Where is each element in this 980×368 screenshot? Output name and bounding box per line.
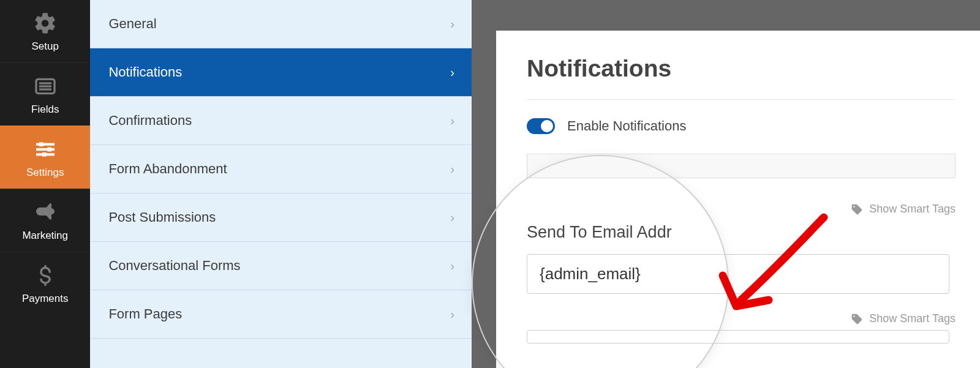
nav-sidebar: Setup Fields Settings Marketing Payments <box>0 0 90 368</box>
setting-label: Confirmations <box>108 113 192 129</box>
setting-label: Notifications <box>108 64 182 80</box>
svg-rect-7 <box>47 148 51 152</box>
smart-tags-link[interactable]: Show Smart Tags <box>527 203 956 216</box>
setting-label: Form Abandonment <box>108 161 227 177</box>
chevron-right-icon: › <box>450 162 454 176</box>
enable-notifications-row: Enable Notifications <box>527 118 956 134</box>
chevron-right-icon: › <box>450 114 454 128</box>
svg-rect-9 <box>42 152 47 157</box>
setting-item-notifications[interactable]: Notifications › <box>90 48 472 97</box>
page-title: Notifications <box>527 55 956 82</box>
content-card: Notifications Enable Notifications Show … <box>496 31 980 368</box>
gear-icon <box>32 10 59 37</box>
nav-item-fields[interactable]: Fields <box>0 62 90 126</box>
setting-label: Post Submissions <box>108 209 216 225</box>
send-to-email-label: Send To Email Addr <box>527 223 956 242</box>
nav-item-setup[interactable]: Setup <box>0 0 90 62</box>
nav-label-fields: Fields <box>31 103 59 116</box>
smart-tags-link-2[interactable]: Show Smart Tags <box>527 312 956 325</box>
chevron-right-icon: › <box>450 307 454 321</box>
tag-icon <box>851 203 863 216</box>
enable-notifications-label: Enable Notifications <box>567 118 686 134</box>
main-area: Notifications Enable Notifications Show … <box>472 0 980 368</box>
nav-label-payments: Payments <box>22 293 69 305</box>
setting-item-form-pages[interactable]: Form Pages › <box>90 290 472 339</box>
bullhorn-icon <box>32 199 59 226</box>
nav-item-settings[interactable]: Settings <box>0 126 90 189</box>
chevron-right-icon: › <box>450 66 454 80</box>
chevron-right-icon: › <box>450 259 454 273</box>
nav-label-setup: Setup <box>31 40 58 53</box>
nav-label-settings: Settings <box>26 167 64 179</box>
setting-item-conversational-forms[interactable]: Conversational Forms › <box>90 242 472 290</box>
divider <box>527 99 956 100</box>
setting-label: General <box>108 16 156 32</box>
sliders-icon <box>32 136 59 163</box>
svg-rect-5 <box>39 142 43 146</box>
send-to-email-input[interactable] <box>527 254 949 294</box>
notification-panel-header[interactable] <box>527 154 956 178</box>
chevron-right-icon: › <box>450 17 454 31</box>
chevron-right-icon: › <box>450 211 454 225</box>
smart-tags-label-2: Show Smart Tags <box>869 312 956 325</box>
setting-item-general[interactable]: General › <box>90 0 472 48</box>
dollar-icon <box>32 262 59 289</box>
settings-panel: General › Notifications › Confirmations … <box>90 0 472 368</box>
next-input[interactable] <box>527 330 949 344</box>
toggle-knob <box>541 120 553 132</box>
tag-icon <box>851 313 863 325</box>
nav-label-marketing: Marketing <box>22 230 68 242</box>
nav-item-payments[interactable]: Payments <box>0 252 90 315</box>
nav-item-marketing[interactable]: Marketing <box>0 189 90 252</box>
setting-item-confirmations[interactable]: Confirmations › <box>90 97 472 145</box>
setting-item-post-submissions[interactable]: Post Submissions › <box>90 193 472 242</box>
enable-notifications-toggle[interactable] <box>527 118 555 134</box>
setting-item-form-abandonment[interactable]: Form Abandonment › <box>90 145 472 193</box>
setting-label: Conversational Forms <box>108 258 240 274</box>
smart-tags-label: Show Smart Tags <box>869 203 956 216</box>
setting-label: Form Pages <box>108 306 182 322</box>
list-icon <box>32 73 59 100</box>
